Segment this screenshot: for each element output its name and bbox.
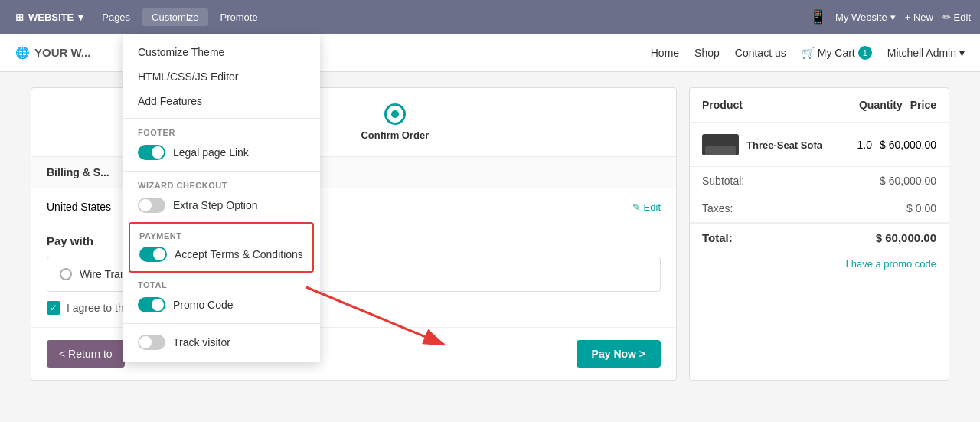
top-nav-left: ⊞ WEBSITE ▾ Pages Customize Promote [9, 8, 267, 26]
order-header: Product Quantity Price [690, 88, 949, 123]
divider-2 [122, 171, 320, 172]
subtotal-label: Subtotal: [702, 175, 744, 187]
globe-icon: 🌐 [15, 46, 30, 60]
customize-nav-item[interactable]: Customize [142, 8, 207, 26]
brand-label: WEBSITE [28, 11, 74, 23]
payment-section-label: Payment [139, 228, 303, 242]
website-brand[interactable]: ⊞ WEBSITE ▾ [9, 8, 90, 26]
product-col-header: Product [702, 99, 851, 111]
mobile-icon[interactable]: 📱 [809, 8, 826, 25]
subtotal-row: Subtotal: $ 60,000.00 [690, 167, 949, 195]
accept-terms-toggle[interactable] [139, 247, 167, 262]
footer-section-label: Footer [122, 123, 320, 139]
add-features-item[interactable]: Add Features [122, 89, 320, 113]
product-name: Three-Seat Sofa [746, 139, 822, 151]
terms-text: I agree to the [67, 302, 130, 314]
product-price: $ 60,000.00 [880, 139, 936, 151]
price-col-header: Price [910, 99, 936, 111]
legal-page-link-toggle-row: Legal page Link [122, 139, 320, 166]
admin-label: Mitchell Admin [887, 47, 956, 59]
contact-nav-link[interactable]: Contact us [735, 47, 786, 59]
top-nav-right: 📱 My Website ▾ + New ✏ Edit [809, 8, 971, 25]
pay-now-button[interactable]: Pay Now > [577, 340, 661, 368]
top-nav-bar: ⊞ WEBSITE ▾ Pages Customize Promote 📱 My… [0, 0, 980, 34]
new-button[interactable]: + New [905, 11, 933, 23]
toggle-knob-5 [139, 336, 152, 348]
confirm-order-step-circle [384, 103, 406, 125]
logo-text: YOUR W... [34, 46, 90, 59]
admin-link[interactable]: Mitchell Admin ▾ [887, 47, 965, 59]
pages-nav-item[interactable]: Pages [93, 8, 139, 26]
terms-checkbox[interactable]: ✓ [47, 301, 60, 315]
step-circle-dot [391, 110, 399, 118]
promo-code-link[interactable]: I have a promo code [690, 252, 949, 276]
legal-page-label: Legal page Link [173, 146, 249, 159]
toggle-knob-3 [153, 248, 165, 260]
payment-section-highlighted: Payment Accept Terms & Conditions [129, 222, 314, 273]
accept-terms-label: Accept Terms & Conditions [175, 248, 303, 260]
track-visitor-label: Track visitor [173, 336, 230, 348]
my-website-arrow: ▾ [890, 11, 896, 23]
promote-nav-item[interactable]: Promote [211, 8, 267, 26]
extra-step-label: Extra Step Option [173, 199, 258, 211]
taxes-label: Taxes: [702, 202, 733, 214]
confirm-order-step-label: Confirm Order [361, 129, 429, 141]
sofa-seat [705, 146, 736, 155]
divider-1 [122, 118, 320, 119]
cart-label: My Cart [818, 47, 855, 59]
admin-arrow: ▾ [959, 47, 965, 59]
shop-nav-link[interactable]: Shop [694, 47, 720, 59]
edit-billing-button[interactable]: ✎ Edit [632, 201, 661, 213]
brand-arrow: ▾ [78, 11, 83, 23]
website-nav-right: Home Shop Contact us 🛒 My Cart 1 Mitchel… [651, 46, 965, 60]
total-row: Total: $ 60,000.00 [690, 222, 949, 252]
extra-step-toggle[interactable] [138, 198, 165, 213]
total-label: Total: [702, 231, 733, 244]
total-value: $ 60,000.00 [876, 231, 936, 244]
extra-step-toggle-row: Extra Step Option [122, 191, 320, 219]
product-info: Three-Seat Sofa [702, 134, 850, 155]
subtotal-value: $ 60,000.00 [880, 175, 936, 187]
toggle-knob-4 [152, 299, 164, 311]
edit-button[interactable]: ✏ Edit [942, 11, 971, 23]
promo-code-toggle[interactable] [138, 297, 165, 312]
track-visitor-toggle[interactable] [138, 335, 165, 350]
taxes-row: Taxes: $ 0.00 [690, 195, 949, 222]
product-qty: 1.0 [858, 139, 872, 151]
product-thumbnail [702, 134, 739, 155]
grid-icon: ⊞ [15, 11, 24, 23]
legal-page-toggle[interactable] [138, 145, 165, 160]
track-visitor-toggle-row: Track visitor [122, 329, 320, 356]
customize-dropdown: Customize Theme HTML/CSS/JS Editor Add F… [122, 34, 320, 362]
confirm-order-step: Confirm Order [361, 103, 429, 141]
total-section-label: total [122, 276, 320, 291]
quantity-col-header: Quantity [859, 99, 903, 111]
customize-theme-item[interactable]: Customize Theme [122, 40, 320, 64]
cart-badge: 1 [858, 46, 872, 60]
promo-code-toggle-row: Promo Code [122, 291, 320, 319]
product-row: Three-Seat Sofa 1.0 $ 60,000.00 [690, 123, 949, 167]
order-panel: Product Quantity Price Three-Seat Sofa 1… [689, 87, 949, 381]
promo-code-label: Promo Code [173, 299, 234, 311]
taxes-value: $ 0.00 [906, 202, 936, 214]
html-css-editor-item[interactable]: HTML/CSS/JS Editor [122, 64, 320, 89]
website-logo: 🌐 YOUR W... [15, 46, 90, 60]
cart-link[interactable]: 🛒 My Cart 1 [802, 46, 872, 60]
toggle-knob-2 [139, 199, 152, 211]
wizard-checkout-section-label: Wizard Checkout [122, 176, 320, 191]
cart-icon: 🛒 [802, 47, 815, 59]
return-button[interactable]: < Return to [47, 340, 125, 368]
home-nav-link[interactable]: Home [651, 47, 679, 59]
billing-address: United States [47, 201, 111, 213]
wire-transfer-radio[interactable] [60, 268, 72, 280]
divider-3 [122, 323, 320, 324]
accept-terms-toggle-row: Accept Terms & Conditions [139, 242, 303, 267]
my-website-link[interactable]: My Website ▾ [835, 11, 896, 23]
toggle-knob [152, 146, 164, 159]
